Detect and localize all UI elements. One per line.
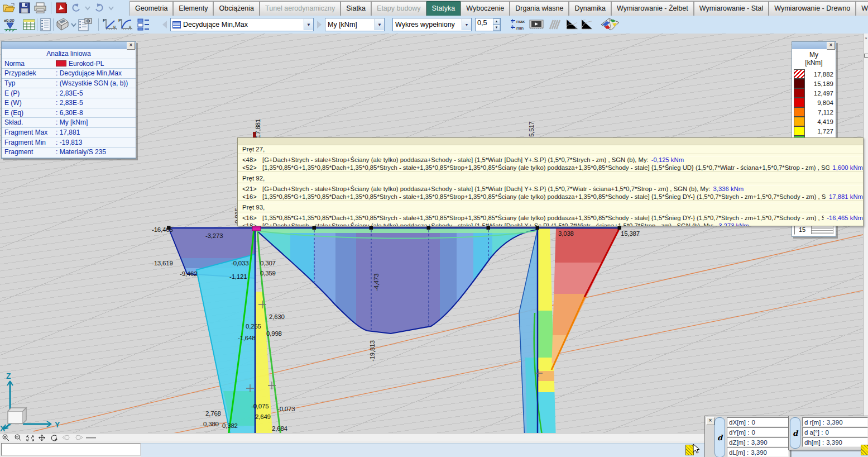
coord-row: d r[m] :3,390 bbox=[802, 417, 868, 427]
tab-7[interactable]: Wyboczenie bbox=[461, 1, 510, 16]
tab-6-active[interactable]: Statyka bbox=[426, 1, 461, 16]
tab-8[interactable]: Drgania własne bbox=[510, 1, 569, 16]
result-list-icon[interactable] bbox=[137, 18, 150, 31]
legend-titlebar[interactable]: × bbox=[792, 42, 836, 49]
tab-10[interactable]: Wymiarowanie - Żelbet bbox=[611, 1, 694, 16]
tab-13[interactable]: Wymiarowanie - bbox=[856, 1, 868, 16]
notebook-camera-icon[interactable] bbox=[77, 17, 93, 32]
tab-2[interactable]: Obciążenia bbox=[213, 1, 260, 16]
case-selector-value: Decydujące Min,Max bbox=[181, 21, 304, 28]
diagram-style-combo[interactable]: Wykres wypełniony ▾ bbox=[392, 18, 472, 31]
tab-11[interactable]: Wymiarowanie - Stal bbox=[694, 1, 769, 16]
edge-close-icon[interactable]: × bbox=[864, 36, 868, 41]
tab-4[interactable]: Siatka bbox=[341, 1, 371, 16]
legend-swatch bbox=[794, 88, 805, 98]
save-icon[interactable] bbox=[18, 2, 31, 14]
zoom-extents-icon[interactable] bbox=[27, 436, 33, 441]
coord-value[interactable]: 3,390 bbox=[827, 419, 843, 426]
case-icon bbox=[172, 21, 181, 28]
close-icon[interactable]: × bbox=[706, 417, 714, 425]
divider bbox=[37, 18, 37, 31]
animation-icon[interactable] bbox=[529, 18, 544, 31]
undo-icon[interactable] bbox=[70, 2, 81, 13]
divider bbox=[51, 2, 51, 14]
drag-handle[interactable]: d bbox=[714, 417, 725, 457]
calculator-dropdown-icon[interactable] bbox=[70, 21, 77, 28]
case-selector-arrow-icon[interactable]: ▼ bbox=[304, 19, 313, 30]
combination-id: <52> bbox=[242, 164, 262, 172]
case-selector-combo[interactable]: Decydujące Min,Max ▼ bbox=[170, 18, 314, 31]
right-edge-strip[interactable]: × bbox=[863, 34, 868, 433]
moment-fill-right-span[interactable] bbox=[550, 228, 622, 370]
command-input[interactable] bbox=[1, 443, 141, 456]
info-row-label: Skład. bbox=[4, 118, 56, 126]
info-row-value: : 2,83E-5 bbox=[56, 99, 136, 107]
delta-polar-rows: d r[m] :3,390d a[°] :0dh[m] :3,390 bbox=[802, 417, 868, 449]
spinner-up-icon[interactable]: ▲ bbox=[493, 18, 500, 25]
tab-9[interactable]: Dynamika bbox=[569, 1, 611, 16]
svg-text:u: u bbox=[129, 25, 131, 28]
global-map-view-icon[interactable] bbox=[599, 17, 621, 32]
redo-dropdown-icon[interactable] bbox=[108, 4, 114, 11]
rotate-view-icon[interactable] bbox=[51, 435, 57, 441]
scale-spinner[interactable]: 0,5 ▲▼ bbox=[475, 18, 501, 31]
legend-title: My [kNm] bbox=[792, 51, 836, 66]
zoom-in-icon[interactable] bbox=[3, 435, 9, 441]
collapse-right-icon[interactable] bbox=[317, 21, 322, 28]
coord-row: dL[m] :3,390 bbox=[727, 448, 789, 457]
tab-0[interactable]: Geometria bbox=[130, 1, 173, 16]
calculator-table-icon[interactable] bbox=[22, 18, 36, 31]
legend-unit: [kNm] bbox=[792, 59, 836, 66]
tab-5[interactable]: Etapy budowy bbox=[371, 1, 426, 16]
coord-value[interactable]: 3,390 bbox=[751, 449, 767, 456]
pdf-export-icon[interactable] bbox=[55, 2, 68, 14]
info-row: Fragment Min: -19,813 bbox=[2, 137, 136, 147]
pu-diagram-icon[interactable]: Pu bbox=[102, 17, 118, 32]
spinner-down-icon[interactable]: ▼ bbox=[493, 25, 500, 31]
tab-1[interactable]: Elementy bbox=[173, 1, 213, 16]
combination-id: <16> bbox=[242, 193, 262, 201]
maxmin-labels-icon[interactable]: max min bbox=[510, 18, 525, 31]
info-panel-titlebar[interactable]: × bbox=[2, 42, 136, 49]
combination-value: 1,600 kNm bbox=[832, 164, 863, 172]
combination-text: [1,35*0,85*G+1,35*0,85*Dach+1,35*0,85*St… bbox=[262, 164, 829, 172]
undo-dropdown-icon[interactable] bbox=[84, 4, 91, 11]
print-icon[interactable] bbox=[33, 2, 47, 14]
info-panel-header: Analiza liniowa bbox=[2, 49, 136, 59]
combination-text: [1,35*0,85*G+1,35*0,85*Dach+1,35*0,85*St… bbox=[262, 215, 824, 222]
axis-y-label: Y bbox=[55, 420, 60, 429]
layers-icon-disabled bbox=[548, 18, 562, 31]
divider bbox=[98, 18, 99, 31]
coord-value[interactable]: 3,390 bbox=[751, 439, 768, 446]
calculator-device-icon[interactable] bbox=[55, 17, 70, 32]
zoom-out-icon[interactable] bbox=[15, 435, 21, 441]
pu-curve-icon[interactable]: Pu bbox=[118, 17, 133, 32]
notebook-icon[interactable] bbox=[39, 17, 52, 32]
collapse-left-icon[interactable] bbox=[162, 21, 167, 28]
pan-icon[interactable] bbox=[39, 435, 45, 441]
close-icon[interactable]: × bbox=[127, 42, 135, 50]
coord-value[interactable]: 0 bbox=[751, 419, 755, 426]
drag-handle[interactable]: d bbox=[790, 417, 800, 449]
close-icon[interactable]: × bbox=[827, 42, 835, 50]
coord-value[interactable]: 0 bbox=[825, 429, 828, 436]
axis-x-label: X bbox=[0, 424, 6, 433]
info-row: E (P): 2,83E-5 bbox=[2, 88, 136, 98]
diagram-style-arrow-icon[interactable]: ▾ bbox=[462, 19, 471, 30]
open-folder-icon[interactable] bbox=[2, 2, 16, 14]
module-tab-strip: GeometriaElementyObciążeniaTunel aerodyn… bbox=[130, 0, 868, 16]
legend-value: 1,727 bbox=[805, 128, 833, 135]
level-dimension-icon[interactable]: ±0.00 bbox=[3, 17, 18, 32]
combination-id: <18> bbox=[242, 222, 262, 227]
tab-12[interactable]: Wymiarowanie - Drewno bbox=[769, 1, 856, 16]
legend-row: 17,882 bbox=[792, 69, 836, 79]
info-row: E (Eq): 6,30E-8 bbox=[2, 108, 136, 118]
info-row-value: : My [kNm] bbox=[56, 118, 136, 126]
component-selector-arrow-icon[interactable]: ▼ bbox=[375, 19, 384, 30]
tab-3[interactable]: Tunel aerodynamiczny bbox=[260, 1, 341, 16]
component-selector-combo[interactable]: My [kNm] ▼ bbox=[325, 18, 385, 31]
diagram-style-value: Wykres wypełniony bbox=[393, 21, 462, 28]
coord-value[interactable]: 3,390 bbox=[826, 439, 842, 446]
redo-icon[interactable] bbox=[94, 2, 105, 13]
coord-value[interactable]: 0 bbox=[751, 429, 755, 436]
